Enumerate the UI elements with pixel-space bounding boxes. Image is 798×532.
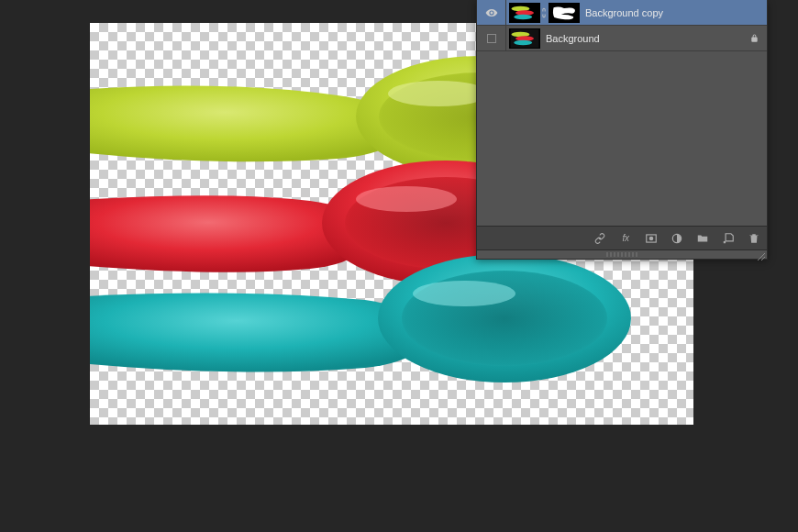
layer-row[interactable]: Background — [477, 26, 767, 51]
panel-drag-handle[interactable] — [477, 249, 767, 259]
layer-name[interactable]: Background — [546, 33, 741, 44]
svg-point-8 — [413, 281, 515, 306]
layer-thumbnail[interactable] — [509, 3, 540, 23]
svg-point-17 — [514, 39, 532, 44]
fx-icon: fx — [623, 233, 629, 243]
svg-point-2 — [388, 81, 489, 106]
visibility-off-icon — [487, 34, 496, 43]
delete-layer-button[interactable] — [747, 231, 761, 246]
layers-panel: Background copy Background fx — [476, 0, 768, 260]
layer-mask-thumbnail[interactable] — [549, 3, 580, 23]
mask-icon — [645, 232, 658, 245]
layers-list: Background copy Background — [477, 0, 767, 51]
mask-link-icon[interactable] — [540, 3, 548, 23]
visibility-toggle[interactable] — [477, 0, 506, 25]
link-layers-button[interactable] — [593, 231, 607, 246]
svg-point-5 — [356, 186, 457, 212]
lock-icon — [749, 33, 759, 43]
layer-effects-button[interactable]: fx — [618, 231, 633, 246]
eye-icon — [485, 6, 498, 19]
adjustment-icon — [671, 232, 683, 245]
teal-spoon — [90, 254, 631, 382]
add-mask-button[interactable] — [644, 231, 659, 246]
new-layer-button[interactable] — [721, 231, 736, 246]
layer-thumbnail[interactable] — [509, 28, 540, 49]
svg-point-12 — [514, 14, 532, 18]
new-adjustment-layer-button[interactable] — [670, 231, 684, 246]
grip-icon — [606, 252, 637, 257]
layer-row[interactable]: Background copy — [477, 0, 767, 26]
svg-point-19 — [649, 236, 654, 240]
panel-resize-handle[interactable] — [756, 248, 765, 257]
layers-panel-toolbar: fx — [477, 226, 767, 249]
new-layer-icon — [722, 232, 735, 245]
trash-icon — [748, 232, 760, 245]
visibility-toggle[interactable] — [477, 26, 506, 50]
link-icon — [593, 232, 606, 245]
lock-indicator[interactable] — [741, 33, 767, 43]
new-group-button[interactable] — [695, 231, 710, 246]
folder-icon — [696, 232, 709, 245]
layers-empty-area[interactable] — [477, 51, 767, 226]
layer-name[interactable]: Background copy — [585, 7, 767, 18]
